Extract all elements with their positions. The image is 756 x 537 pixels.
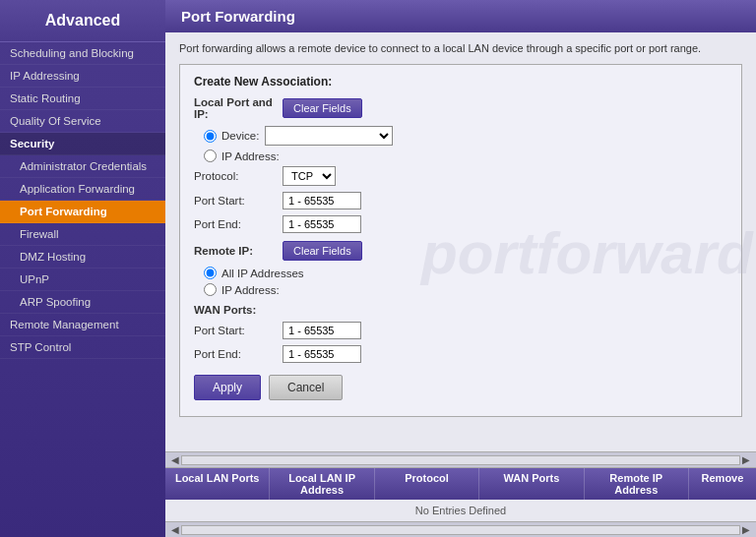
wan-port-end-label: Port End:	[194, 348, 283, 360]
apply-button[interactable]: Apply	[194, 375, 261, 400]
scroll-right-arrow[interactable]: ▶	[740, 454, 752, 465]
col-local-lan-ports: Local LAN Ports	[165, 468, 270, 500]
wan-port-end-row: Port End:	[194, 345, 727, 363]
create-section-title: Create New Association:	[194, 75, 727, 89]
wan-ports-row: WAN Ports:	[194, 304, 727, 316]
sidebar-item-arp-spoofing[interactable]: ARP Spoofing	[0, 291, 165, 314]
port-start-row: Port Start:	[194, 192, 727, 209]
device-radio-label: Device:	[221, 130, 259, 142]
sidebar-item-application-forwarding[interactable]: Application Forwarding	[0, 178, 165, 201]
protocol-select[interactable]: TCP UDP Both	[283, 166, 336, 186]
entries-table: Local LAN Ports Local LAN IP Address Pro…	[165, 467, 756, 521]
sidebar-item-upnp[interactable]: UPnP	[0, 268, 165, 291]
col-remote-ip: Remote IP Address	[585, 468, 689, 500]
sidebar-item-remote-management[interactable]: Remote Management	[0, 314, 165, 336]
local-port-ip-row: Local Port and IP: Clear Fields	[194, 96, 727, 120]
sidebar-item-security[interactable]: Security	[0, 133, 165, 155]
port-end-input[interactable]	[283, 215, 361, 233]
page-title: Port Forwarding	[181, 8, 295, 25]
horizontal-scrollbar-bottom[interactable]: ◀ ▶	[165, 521, 756, 537]
sidebar-item-dmz-hosting[interactable]: DMZ Hosting	[0, 246, 165, 268]
remote-ip-radio[interactable]	[204, 283, 217, 296]
horizontal-scrollbar-top[interactable]: ◀ ▶	[165, 451, 756, 467]
scroll-bottom-right-arrow[interactable]: ▶	[740, 524, 752, 535]
wan-port-start-row: Port Start:	[194, 322, 727, 339]
ip-address-radio-row: IP Address:	[204, 149, 727, 162]
local-port-ip-label: Local Port and IP:	[194, 96, 283, 120]
all-ip-label: All IP Addresses	[221, 268, 304, 279]
ip-address-radio-label: IP Address:	[221, 150, 280, 162]
remote-ip-label: Remote IP:	[194, 245, 283, 257]
sidebar: Advanced Scheduling and Blocking IP Addr…	[0, 0, 165, 537]
sidebar-item-scheduling-blocking[interactable]: Scheduling and Blocking	[0, 42, 165, 65]
protocol-label: Protocol:	[194, 170, 283, 182]
port-start-label: Port Start:	[194, 195, 283, 207]
all-ip-radio[interactable]	[204, 267, 217, 279]
scrollbar-track[interactable]	[181, 455, 740, 465]
sidebar-item-firewall[interactable]: Firewall	[0, 223, 165, 246]
col-local-lan-ip: Local LAN IP Address	[270, 468, 374, 500]
sidebar-item-static-routing[interactable]: Static Routing	[0, 88, 165, 110]
wan-ports-label: WAN Ports:	[194, 304, 283, 316]
action-buttons-row: Apply Cancel	[194, 375, 727, 400]
cancel-button[interactable]: Cancel	[269, 375, 343, 400]
sidebar-item-ip-addressing[interactable]: IP Addressing	[0, 65, 165, 88]
wan-port-start-input[interactable]	[283, 322, 361, 339]
wan-port-end-input[interactable]	[283, 345, 361, 363]
wan-port-start-label: Port Start:	[194, 325, 283, 336]
col-wan-ports: WAN Ports	[479, 468, 584, 500]
sidebar-item-quality-of-service[interactable]: Quality Of Service	[0, 110, 165, 133]
device-select[interactable]	[265, 126, 393, 146]
all-ip-radio-row: All IP Addresses	[204, 267, 727, 279]
sidebar-item-stp-control[interactable]: STP Control	[0, 336, 165, 359]
port-start-input[interactable]	[283, 192, 361, 209]
create-association-section: Create New Association: Local Port and I…	[179, 64, 742, 417]
sidebar-item-port-forwarding[interactable]: Port Forwarding	[0, 201, 165, 223]
ip-address-radio[interactable]	[204, 149, 217, 162]
clear-fields-button-local[interactable]: Clear Fields	[283, 98, 362, 118]
device-radio-row: Device:	[204, 126, 727, 146]
table-header: Local LAN Ports Local LAN IP Address Pro…	[165, 468, 756, 500]
port-end-label: Port End:	[194, 218, 283, 230]
sidebar-title: Advanced	[0, 0, 165, 42]
col-remove: Remove	[689, 468, 756, 500]
scroll-left-arrow[interactable]: ◀	[169, 454, 181, 465]
page-description: Port forwarding allows a remote device t…	[179, 42, 742, 54]
page-header: Port Forwarding	[165, 0, 756, 32]
no-entries-message: No Entries Defined	[165, 500, 756, 521]
remote-ip-address-radio-row: IP Address:	[204, 283, 727, 296]
port-end-row: Port End:	[194, 215, 727, 233]
sidebar-item-admin-credentials[interactable]: Administrator Credentials	[0, 155, 165, 178]
scroll-bottom-left-arrow[interactable]: ◀	[169, 524, 181, 535]
protocol-row: Protocol: TCP UDP Both	[194, 166, 727, 186]
col-protocol: Protocol	[375, 468, 479, 500]
remote-ip-address-label: IP Address:	[221, 284, 280, 296]
content-area: portforward Port forwarding allows a rem…	[165, 32, 756, 451]
clear-fields-button-remote[interactable]: Clear Fields	[283, 241, 362, 261]
device-radio[interactable]	[204, 130, 217, 143]
remote-ip-row: Remote IP: Clear Fields	[194, 241, 727, 261]
scrollbar-bottom-track[interactable]	[181, 525, 740, 535]
main-content: Port Forwarding portforward Port forward…	[165, 0, 756, 537]
